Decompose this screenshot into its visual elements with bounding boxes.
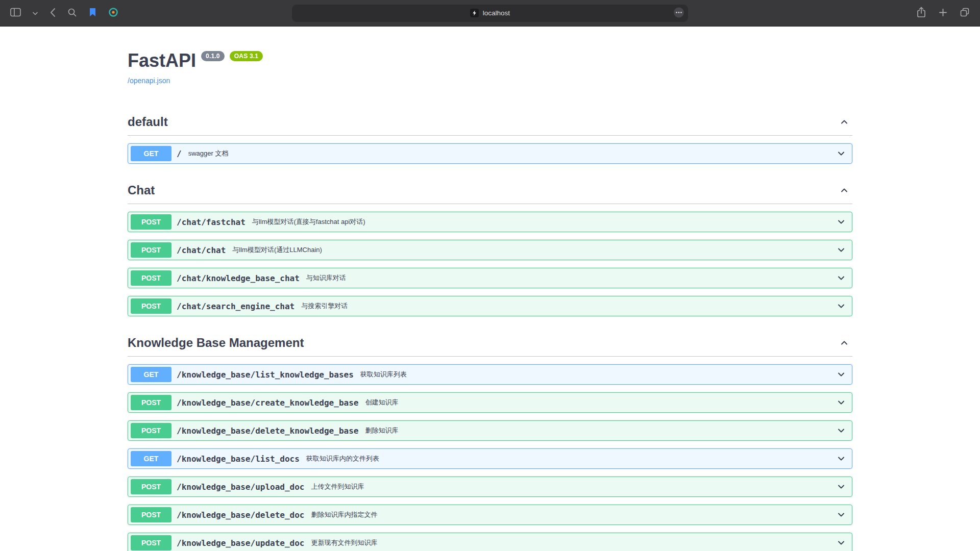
endpoint-description: 与搜索引擎对话	[301, 302, 348, 311]
toolbar-left-group	[8, 5, 120, 21]
chevron-down-icon	[836, 148, 846, 159]
tab-overview-button[interactable]	[958, 5, 972, 21]
method-badge: POST	[131, 270, 172, 286]
section-title: default	[128, 115, 168, 129]
section-collapse-button[interactable]	[838, 337, 850, 349]
method-badge: GET	[131, 451, 172, 466]
section-header-chat[interactable]: Chat	[128, 178, 852, 204]
operation-row[interactable]: POST/knowledge_base/delete_knowledge_bas…	[128, 420, 852, 441]
sidebar-toggle-icon	[10, 8, 21, 18]
expand-operation-button[interactable]	[836, 425, 846, 436]
endpoint-description: 获取知识库内的文件列表	[306, 454, 379, 463]
expand-operation-button[interactable]	[836, 245, 846, 255]
operation-row[interactable]: GET/knowledge_base/list_knowledge_bases获…	[128, 364, 852, 385]
endpoint-path: /knowledge_base/list_docs	[177, 454, 300, 464]
section-title: Knowledge Base Management	[128, 336, 304, 350]
page-content: FastAPI 0.1.0 OAS 3.1 /openapi.json defa…	[0, 27, 980, 551]
share-button[interactable]	[914, 4, 928, 22]
section-header-default[interactable]: default	[128, 110, 852, 136]
extension-bookmark-button[interactable]	[87, 6, 99, 20]
endpoint-description: swagger 文档	[188, 149, 229, 158]
expand-operation-button[interactable]	[836, 482, 846, 492]
search-icon	[67, 8, 77, 19]
endpoint-path: /chat/knowledge_base_chat	[177, 273, 300, 283]
endpoint-path: /knowledge_base/delete_knowledge_base	[177, 426, 358, 436]
address-bar[interactable]: localhost	[292, 5, 688, 22]
api-tag-section: ChatPOST/chat/fastchat与llm模型对话(直接与fastch…	[128, 178, 852, 316]
chevron-down-icon	[836, 425, 846, 436]
operation-row[interactable]: POST/chat/search_engine_chat与搜索引擎对话	[128, 296, 852, 316]
endpoint-description: 与llm模型对话(直接与fastchat api对话)	[252, 217, 365, 227]
page-settings-ellipsis-icon	[673, 7, 684, 19]
sidebar-menu-button[interactable]	[31, 7, 40, 19]
share-icon	[916, 6, 926, 20]
expand-operation-button[interactable]	[836, 369, 846, 380]
operation-row[interactable]: POST/chat/knowledge_base_chat与知识库对话	[128, 268, 852, 288]
endpoint-description: 删除知识库内指定文件	[311, 510, 377, 519]
endpoint-path: /	[177, 149, 182, 159]
sidebar-toggle-button[interactable]	[8, 6, 23, 20]
oas-badge: OAS 3.1	[230, 51, 263, 61]
endpoint-description: 创建知识库	[365, 398, 398, 407]
operation-row[interactable]: POST/knowledge_base/create_knowledge_bas…	[128, 392, 852, 413]
chevron-down-icon	[836, 217, 846, 227]
operation-row[interactable]: POST/knowledge_base/update_doc更新现有文件到知识库	[128, 533, 852, 551]
extension-bookmark-icon	[89, 8, 96, 18]
section-title: Chat	[128, 183, 155, 197]
toolbar-right-group	[914, 4, 972, 22]
section-collapse-button[interactable]	[838, 116, 850, 128]
operation-row[interactable]: POST/chat/chat与llm模型对话(通过LLMChain)	[128, 240, 852, 260]
chevron-down-icon	[836, 510, 846, 520]
endpoint-path: /knowledge_base/upload_doc	[177, 482, 304, 492]
chevron-down-icon	[836, 454, 846, 464]
section-collapse-button[interactable]	[838, 184, 850, 196]
endpoint-path: /knowledge_base/delete_doc	[177, 510, 304, 520]
method-badge: POST	[131, 214, 172, 230]
expand-operation-button[interactable]	[836, 538, 846, 548]
expand-operation-button[interactable]	[836, 273, 846, 283]
expand-operation-button[interactable]	[836, 454, 846, 464]
endpoint-path: /knowledge_base/create_knowledge_base	[177, 398, 358, 408]
method-badge: POST	[131, 395, 172, 410]
chevron-up-icon	[839, 185, 849, 195]
search-button[interactable]	[65, 6, 79, 21]
endpoint-path: /chat/search_engine_chat	[177, 302, 295, 311]
tab-overview-icon	[960, 7, 970, 19]
expand-operation-button[interactable]	[836, 301, 846, 311]
chevron-down-icon	[836, 397, 846, 408]
url-text: localhost	[483, 9, 510, 17]
endpoint-description: 获取知识库列表	[360, 370, 407, 379]
expand-operation-button[interactable]	[836, 397, 846, 408]
back-button[interactable]	[47, 6, 58, 21]
extension-target-button[interactable]	[106, 5, 120, 21]
expand-operation-button[interactable]	[836, 217, 846, 227]
expand-operation-button[interactable]	[836, 510, 846, 520]
browser-toolbar: localhost	[0, 0, 980, 27]
chevron-down-icon	[836, 369, 846, 380]
section-header-knowledge-base-management[interactable]: Knowledge Base Management	[128, 331, 852, 357]
api-info: FastAPI 0.1.0 OAS 3.1 /openapi.json	[128, 27, 852, 95]
operation-row[interactable]: POST/knowledge_base/delete_doc删除知识库内指定文件	[128, 505, 852, 525]
operation-row[interactable]: GET/knowledge_base/list_docs获取知识库内的文件列表	[128, 448, 852, 469]
chevron-down-icon	[33, 9, 38, 17]
back-icon	[50, 8, 56, 19]
operation-row[interactable]: POST/chat/fastchat与llm模型对话(直接与fastchat a…	[128, 212, 852, 232]
api-title: FastAPI 0.1.0 OAS 3.1	[128, 50, 852, 71]
page-settings-button[interactable]	[673, 7, 684, 19]
api-tag-section: defaultGET/swagger 文档	[128, 110, 852, 164]
method-badge: POST	[131, 423, 172, 438]
expand-operation-button[interactable]	[836, 148, 846, 159]
endpoint-path: /chat/chat	[177, 245, 226, 255]
chevron-down-icon	[836, 301, 846, 311]
operation-row[interactable]: POST/knowledge_base/upload_doc上传文件到知识库	[128, 477, 852, 497]
api-title-text: FastAPI	[128, 50, 196, 71]
openapi-spec-link[interactable]: /openapi.json	[128, 77, 170, 85]
version-badge: 0.1.0	[201, 51, 225, 61]
endpoint-description: 上传文件到知识库	[311, 482, 364, 491]
endpoint-path: /chat/fastchat	[177, 217, 246, 227]
extension-target-icon	[108, 7, 118, 19]
chevron-down-icon	[836, 245, 846, 255]
operation-row[interactable]: GET/swagger 文档	[128, 143, 852, 164]
new-tab-button[interactable]	[936, 6, 950, 21]
site-favicon	[470, 9, 479, 17]
